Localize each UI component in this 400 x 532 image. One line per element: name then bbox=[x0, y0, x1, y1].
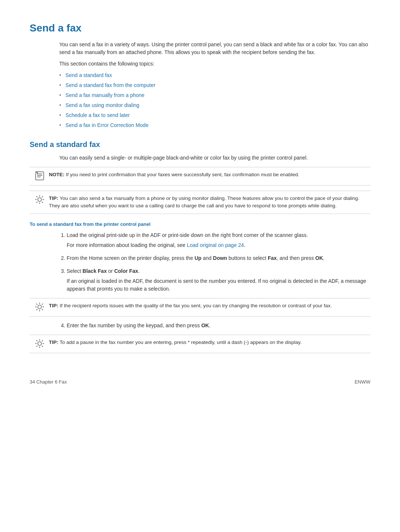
tip-label-2: TIP: bbox=[49, 303, 59, 308]
step-4-bold1: OK bbox=[201, 322, 209, 328]
step-4-after: . bbox=[209, 322, 210, 328]
svg-line-13 bbox=[36, 202, 37, 203]
list-item: Send a fax manually from a phone bbox=[59, 91, 370, 99]
list-item: Send a fax using monitor dialing bbox=[59, 101, 370, 109]
svg-line-19 bbox=[36, 304, 37, 305]
svg-line-22 bbox=[36, 309, 37, 310]
topic-link-5[interactable]: Schedule a fax to send later bbox=[66, 111, 130, 119]
step-3-mid: or bbox=[107, 268, 114, 274]
tip-body-3: To add a pause in the fax number you are… bbox=[60, 339, 301, 345]
step-2-end: . bbox=[323, 255, 324, 261]
footer-right: ENWW bbox=[354, 379, 370, 385]
step-3: Select Black Fax or Color Fax. If an ori… bbox=[67, 267, 370, 293]
tip-body-2: If the recipient reports issues with the… bbox=[60, 303, 332, 308]
page-title: Send a fax bbox=[30, 22, 370, 34]
tip-box-1: TIP: You can also send a fax manually fr… bbox=[30, 191, 370, 214]
step-1-sub: For more information about loading the o… bbox=[67, 241, 370, 249]
step-3-sub: If an original is loaded in the ADF, the… bbox=[67, 277, 370, 293]
svg-line-12 bbox=[42, 196, 43, 197]
tip-label-1: TIP: bbox=[49, 195, 59, 201]
list-item: Send a standard fax from the computer bbox=[59, 81, 370, 89]
tip-box-3: TIP: To add a pause in the fax number yo… bbox=[30, 335, 370, 353]
note-body-text: If you need to print confirmation that y… bbox=[66, 172, 299, 177]
footer-left: 34 Chapter 6 Fax bbox=[30, 379, 67, 385]
step-3-before: Select bbox=[67, 268, 83, 274]
page-content: Send a fax You can send a fax in a varie… bbox=[0, 0, 400, 407]
section1-intro: You can easily send a single- or multipl… bbox=[59, 154, 370, 162]
svg-line-21 bbox=[42, 304, 43, 305]
step-2-text-before: From the Home screen on the printer disp… bbox=[67, 255, 194, 261]
step-4: Enter the fax number by using the keypad… bbox=[67, 322, 370, 329]
section1-title: Send a standard fax bbox=[30, 140, 370, 149]
step-3-sub-text: If an original is loaded in the ADF, the… bbox=[67, 278, 366, 292]
tip-icon-2 bbox=[35, 302, 45, 312]
svg-line-31 bbox=[36, 346, 37, 347]
step-3-after: . bbox=[138, 268, 140, 274]
svg-line-30 bbox=[42, 340, 43, 341]
subsection-title: To send a standard fax from the printer … bbox=[30, 221, 370, 227]
svg-line-29 bbox=[42, 346, 43, 347]
topic-link-3[interactable]: Send a fax manually from a phone bbox=[66, 91, 144, 99]
svg-rect-3 bbox=[37, 177, 41, 177]
steps-list: Load the original print-side up in the A… bbox=[59, 231, 370, 293]
tip-text-3: TIP: To add a pause in the fax number yo… bbox=[49, 339, 301, 346]
svg-point-23 bbox=[38, 342, 41, 345]
step-2-mid2: buttons to select bbox=[227, 255, 268, 261]
topic-link-2[interactable]: Send a standard fax from the computer bbox=[66, 81, 156, 89]
list-item: Send a fax in Error Correction Mode bbox=[59, 121, 370, 129]
note-icon bbox=[35, 171, 45, 181]
step-2-bold1: Up bbox=[194, 255, 201, 261]
step-2-after: , and then press bbox=[277, 255, 315, 261]
svg-point-5 bbox=[38, 198, 41, 201]
step-1-after: . bbox=[244, 242, 246, 248]
tip-text-2: TIP: If the recipient reports issues wit… bbox=[49, 302, 332, 310]
tip-box-2: TIP: If the recipient reports issues wit… bbox=[30, 298, 370, 317]
svg-rect-2 bbox=[37, 175, 42, 176]
tip-text-1: TIP: You can also send a fax manually fr… bbox=[49, 195, 365, 210]
step-1-text: Load the original print-side up in the A… bbox=[67, 232, 308, 238]
tip-icon-1 bbox=[35, 195, 45, 205]
svg-rect-1 bbox=[37, 174, 42, 174]
list-item: Schedule a fax to send later bbox=[59, 111, 370, 119]
step-2-mid1: and bbox=[201, 255, 213, 261]
step-3-bold2: Color Fax bbox=[114, 268, 138, 274]
tip-label-3: TIP: bbox=[49, 339, 59, 345]
step-1-link[interactable]: Load original on page 24 bbox=[187, 242, 244, 248]
note-box: NOTE: If you need to print confirmation … bbox=[30, 167, 370, 185]
intro-para2: This section contains the following topi… bbox=[59, 60, 370, 68]
topic-link-1[interactable]: Send a standard fax bbox=[66, 71, 112, 79]
step-1-sub-text: For more information about loading the o… bbox=[67, 242, 187, 248]
topic-link-4[interactable]: Send a fax using monitor dialing bbox=[66, 101, 139, 109]
note-label: NOTE: bbox=[49, 172, 64, 177]
topic-list: Send a standard fax Send a standard fax … bbox=[59, 71, 370, 129]
step-2-bold3: Fax bbox=[268, 255, 277, 261]
step-1: Load the original print-side up in the A… bbox=[67, 231, 370, 249]
page-footer: 34 Chapter 6 Fax ENWW bbox=[30, 375, 370, 385]
topic-link-6[interactable]: Send a fax in Error Correction Mode bbox=[66, 121, 149, 129]
svg-line-28 bbox=[36, 340, 37, 341]
step-3-bold1: Black Fax bbox=[83, 268, 107, 274]
step-2-bold2: Down bbox=[213, 255, 227, 261]
step-2: From the Home screen on the printer disp… bbox=[67, 254, 370, 262]
step-2-bold4: OK bbox=[315, 255, 323, 261]
step-4-before: Enter the fax number by using the keypad… bbox=[67, 322, 201, 328]
list-item: Send a standard fax bbox=[59, 71, 370, 79]
steps-list-2: Enter the fax number by using the keypad… bbox=[59, 322, 370, 329]
tip-body-1: You can also send a fax manually from a … bbox=[49, 195, 359, 208]
svg-point-14 bbox=[38, 305, 41, 309]
tip-icon-3 bbox=[35, 339, 45, 349]
svg-line-20 bbox=[42, 309, 43, 310]
intro-para1: You can send a fax in a variety of ways.… bbox=[59, 41, 370, 56]
svg-line-11 bbox=[42, 202, 43, 203]
note-text: NOTE: If you need to print confirmation … bbox=[49, 171, 299, 178]
svg-line-10 bbox=[36, 196, 37, 197]
